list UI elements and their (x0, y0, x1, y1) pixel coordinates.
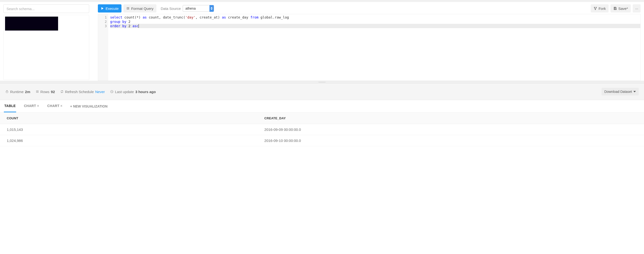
save-icon (614, 7, 617, 10)
more-button[interactable]: ··· (633, 4, 641, 12)
col-count[interactable]: COUNT (0, 113, 258, 124)
editor-area: Execute Format Query Data Source athena (0, 2, 644, 81)
runtime-stat: Runtime 2m (5, 90, 30, 94)
svg-marker-0 (102, 7, 104, 10)
rows-stat: Rows 92 (36, 90, 55, 94)
select-arrows-icon (210, 5, 214, 12)
svg-marker-4 (127, 8, 127, 9)
data-source-select[interactable]: athena (183, 5, 214, 12)
svg-rect-14 (36, 91, 38, 91)
line-gutter: 123 (98, 14, 108, 81)
search-schema-input[interactable] (3, 4, 89, 13)
tab-chart-2[interactable]: CHART × (47, 100, 63, 112)
close-icon[interactable]: × (37, 104, 39, 108)
sql-editor[interactable]: 123 select count(*) as count, date_trunc… (98, 14, 641, 81)
results-table: COUNT CREATE_DAY 1,015,1432016-09-09 00:… (0, 113, 644, 146)
schema-tree[interactable] (3, 15, 89, 80)
format-label: Format Query (131, 6, 154, 10)
svg-rect-15 (36, 91, 38, 92)
refresh-icon (60, 90, 64, 93)
stopwatch-icon (5, 90, 9, 93)
svg-rect-16 (36, 92, 38, 93)
fork-button[interactable]: Fork (591, 4, 608, 12)
query-panel: Execute Format Query Data Source athena (98, 4, 641, 81)
tab-table[interactable]: TABLE (4, 100, 16, 112)
svg-rect-11 (614, 7, 616, 8)
table-row[interactable]: 1,015,1432016-09-09 00:00:00.0 (0, 124, 644, 135)
svg-marker-7 (211, 9, 212, 10)
table-cell: 2016-09-09 00:00:00.0 (258, 124, 644, 135)
data-source-value: athena (183, 6, 210, 10)
rows-icon (36, 90, 39, 93)
download-dataset-button[interactable]: Download Dataset (602, 88, 639, 96)
save-label: Save* (618, 6, 628, 10)
code-area[interactable]: select count(*) as count, date_trunc('da… (108, 14, 640, 81)
format-query-button[interactable]: Format Query (124, 4, 156, 12)
table-cell: 1,024,986 (0, 135, 258, 146)
indent-icon (126, 7, 130, 10)
last-update: Last update 3 hours ago (110, 90, 156, 94)
new-visualization-button[interactable]: + NEW VISUALIZATION (70, 104, 108, 108)
svg-marker-6 (211, 7, 212, 8)
close-icon[interactable]: × (60, 104, 62, 108)
redacted-block (5, 17, 58, 30)
results-status-bar: Runtime 2m Rows 92 Refresh Schedule Neve… (0, 83, 644, 100)
pane-resize-handle[interactable] (0, 81, 644, 83)
data-source-label: Data Source (159, 6, 181, 10)
table-cell: 1,015,143 (0, 124, 258, 135)
visualization-tabs: TABLE CHART × CHART × + NEW VISUALIZATIO… (0, 100, 644, 113)
save-button[interactable]: Save* (610, 4, 631, 12)
caret-down-icon (634, 91, 636, 92)
fork-icon (594, 7, 597, 10)
svg-rect-1 (127, 7, 130, 8)
play-icon (101, 7, 104, 10)
svg-point-8 (594, 7, 595, 8)
svg-rect-12 (614, 9, 616, 10)
refresh-schedule[interactable]: Refresh Schedule Never (60, 90, 105, 94)
execute-button[interactable]: Execute (98, 4, 122, 12)
svg-marker-18 (634, 91, 636, 92)
svg-point-10 (595, 9, 596, 10)
table-cell: 2016-09-10 00:00:00.0 (258, 135, 644, 146)
svg-point-9 (596, 7, 597, 8)
tab-chart-1[interactable]: CHART × (24, 100, 40, 112)
fork-label: Fork (598, 6, 606, 10)
ellipsis-icon: ··· (635, 6, 638, 10)
svg-rect-3 (127, 9, 130, 9)
window-top-strip (0, 0, 644, 2)
table-row[interactable]: 1,024,9862016-09-10 00:00:00.0 (0, 135, 644, 146)
table-header-row: COUNT CREATE_DAY (0, 113, 644, 124)
execute-label: Execute (106, 6, 118, 10)
clock-icon (110, 90, 114, 93)
schema-panel (3, 4, 89, 81)
svg-rect-2 (128, 8, 130, 8)
col-create-day[interactable]: CREATE_DAY (258, 113, 644, 124)
query-toolbar: Execute Format Query Data Source athena (98, 4, 641, 12)
